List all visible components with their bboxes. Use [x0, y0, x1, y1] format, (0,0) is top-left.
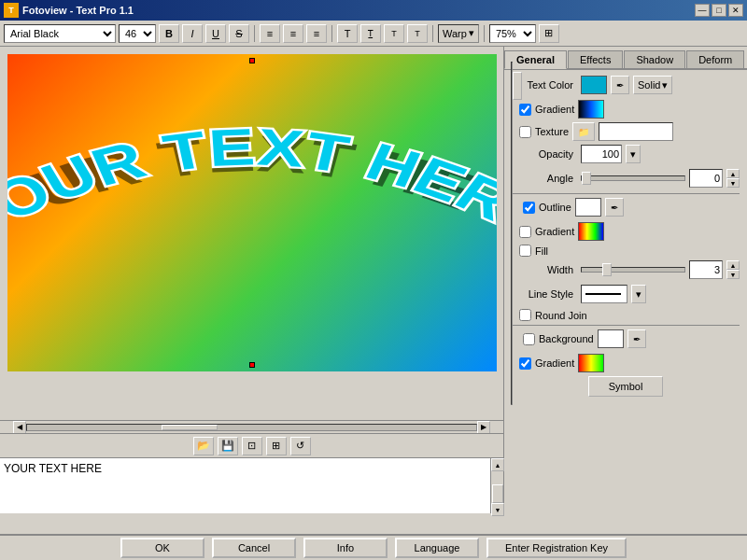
refresh-button[interactable]: ↺ [290, 437, 311, 455]
canvas-text-area: YOUR TEXT HERE ▲ ▼ [0, 457, 503, 513]
text-scroll-thumb[interactable] [492, 484, 503, 503]
background-checkbox[interactable] [523, 333, 535, 345]
h-scrollbar-thumb[interactable] [162, 425, 218, 430]
background-eyedropper[interactable]: ✒ [627, 329, 646, 348]
v-scrollbar-thumb[interactable] [513, 72, 522, 100]
underline-button[interactable]: U [205, 24, 226, 43]
tab-effects[interactable]: Effects [568, 50, 623, 68]
italic-button[interactable]: I [182, 24, 203, 43]
text-color-row: Text Color ✒ Solid ▾ [512, 76, 740, 94]
width-label: Width [512, 264, 577, 275]
angle-slider-thumb[interactable] [582, 172, 591, 185]
align-center-button[interactable]: ≡ [283, 24, 303, 43]
close-button[interactable]: ✕ [728, 4, 743, 17]
align-left-button[interactable]: ≡ [260, 24, 280, 43]
tab-general[interactable]: General [504, 50, 567, 69]
line-style-dropdown[interactable]: ▾ [631, 285, 646, 303]
text-shadow-button[interactable]: T [407, 24, 428, 43]
solid-chevron-icon: ▾ [662, 79, 668, 91]
minimize-button[interactable]: — [695, 4, 710, 17]
canvas-text-v-scrollbar: ▲ ▼ [490, 458, 503, 513]
width-slider-thumb[interactable] [602, 263, 612, 276]
background-color-box[interactable] [598, 329, 624, 348]
scroll-left-arrow[interactable]: ◀ [13, 421, 26, 434]
register-button[interactable]: Enter Registration Key [486, 538, 627, 558]
opacity-dropdown[interactable]: ▾ [626, 145, 641, 163]
selection-handle-top[interactable] [249, 58, 255, 63]
zoom-select[interactable]: 75% 50% 100% 125% [489, 24, 536, 43]
fill-checkbox[interactable] [519, 245, 531, 257]
outline-color-box[interactable] [575, 198, 601, 217]
opacity-input[interactable] [581, 145, 622, 163]
round-join-checkbox[interactable] [519, 309, 531, 321]
gradient-checkbox[interactable] [519, 104, 531, 116]
canvas-bottom-toolbar: 📂 💾 ⊡ ⊞ ↺ [0, 433, 503, 457]
solid-dropdown[interactable]: Solid ▾ [633, 76, 672, 94]
font-size-select[interactable]: 46 [119, 24, 156, 43]
angle-spin-down[interactable]: ▼ [726, 178, 740, 188]
open-image-button[interactable]: 📂 [193, 437, 214, 455]
text-fit-button[interactable]: T [337, 24, 358, 43]
canvas-text-content[interactable]: YOUR TEXT HERE [0, 458, 503, 479]
text-style-button[interactable]: T̲ [360, 24, 381, 43]
align-right-button[interactable]: ≡ [306, 24, 327, 43]
warp-label: Warp [443, 28, 467, 39]
width-spin-down[interactable]: ▼ [726, 270, 740, 279]
warp-dropdown[interactable]: Warp ▾ [438, 24, 479, 43]
scroll-right-arrow[interactable]: ▶ [477, 421, 490, 434]
separator-3 [432, 25, 433, 42]
line-style-label: Line Style [512, 288, 577, 300]
outline-gradient-checkbox[interactable] [519, 226, 531, 238]
width-slider-track[interactable] [581, 267, 685, 273]
tab-deform[interactable]: Deform [686, 50, 744, 68]
outline-checkbox[interactable] [523, 202, 535, 214]
outline-eyedropper[interactable]: ✒ [605, 198, 624, 217]
canvas-main[interactable]: YOUR TEXT HERE YOUR TEXT HERE YOUR TEXT … [0, 47, 504, 420]
chevron-down-icon: ▾ [469, 27, 474, 39]
angle-spin-up[interactable]: ▲ [726, 169, 740, 178]
gradient-label: Gradient [535, 104, 574, 115]
width-input[interactable] [689, 260, 723, 279]
text-color-eyedropper[interactable]: ✒ [611, 76, 629, 94]
text-color-box[interactable] [581, 76, 607, 94]
outline-gradient-label: Gradient [535, 226, 574, 237]
language-button[interactable]: Language [395, 538, 479, 558]
texture-preview [599, 122, 673, 141]
panel-content: Text Color ✒ Solid ▾ Gradient Texture 📁 [504, 70, 747, 406]
width-spinner: ▲ ▼ [726, 260, 740, 279]
strikethrough-button[interactable]: S [229, 24, 249, 43]
ok-button[interactable]: OK [120, 538, 204, 558]
maximize-button[interactable]: □ [712, 4, 726, 17]
font-select[interactable]: Arial Black [4, 24, 116, 43]
info-button[interactable]: Info [303, 538, 388, 558]
cancel-button[interactable]: Cancel [212, 538, 296, 558]
symbol-button[interactable]: Symbol [588, 376, 663, 397]
outline-gradient-preview[interactable] [578, 222, 604, 241]
angle-input[interactable] [689, 169, 723, 188]
outline-row: Outline ✒ [512, 198, 740, 217]
gradient-preview[interactable] [578, 100, 604, 119]
save-image-button[interactable]: 💾 [218, 437, 238, 455]
angle-slider-track[interactable] [581, 175, 685, 181]
canvas-text-display: YOUR TEXT HERE YOUR TEXT HERE YOUR TEXT … [19, 110, 486, 315]
tab-shadow[interactable]: Shadow [624, 50, 685, 68]
width-row: Width ▲ ▼ [512, 260, 740, 279]
text-box-button[interactable]: T [384, 24, 404, 43]
app-icon: T [4, 3, 19, 18]
window-title: Fotoview - Text Pro 1.1 [22, 5, 134, 16]
bold-button[interactable]: B [159, 24, 179, 43]
text-scroll-up[interactable]: ▲ [491, 458, 504, 471]
text-scroll-down[interactable]: ▼ [491, 503, 504, 516]
title-bar: T Fotoview - Text Pro 1.1 — □ ✕ [0, 0, 747, 21]
zoom-icon-button[interactable]: ⊞ [539, 24, 559, 43]
gradient2-checkbox[interactable] [519, 357, 531, 370]
width-spin-up[interactable]: ▲ [726, 260, 740, 270]
gradient2-preview[interactable] [578, 354, 604, 372]
zoom-canvas-button[interactable]: ⊞ [266, 437, 287, 455]
selection-handle-bottom[interactable] [249, 362, 255, 368]
texture-folder-btn[interactable]: 📁 [572, 122, 595, 141]
fit-canvas-button[interactable]: ⊡ [242, 437, 262, 455]
fill-row: Fill [512, 245, 740, 257]
texture-checkbox[interactable] [519, 126, 531, 138]
line-style-preview [581, 285, 627, 303]
